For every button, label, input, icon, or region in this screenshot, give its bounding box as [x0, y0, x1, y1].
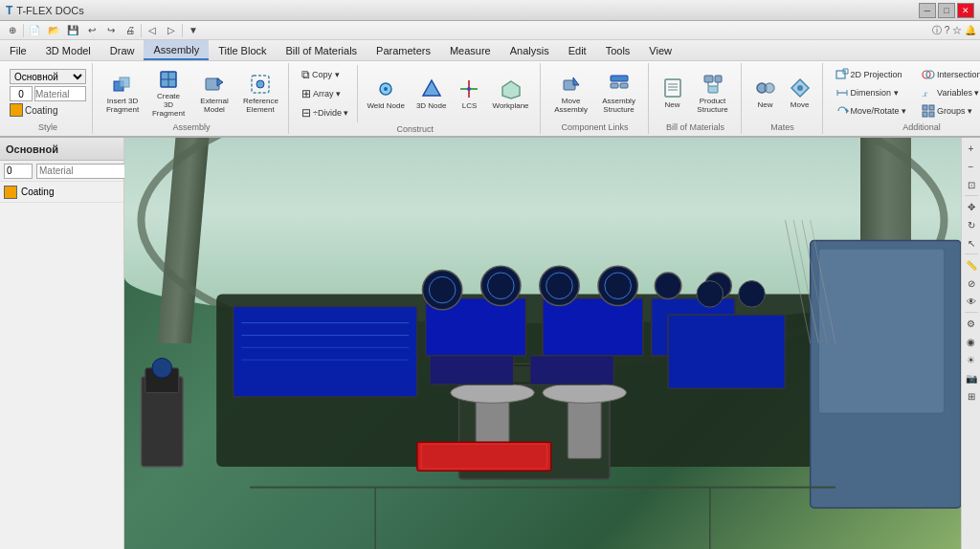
menu-assembly[interactable]: Assembly [144, 40, 209, 60]
variables-icon: 𝑥 [922, 86, 935, 99]
ribbon-group-style: Основной Coating Style [4, 63, 93, 134]
fit-button[interactable]: ⊡ [963, 176, 980, 193]
coating-label: Coating [25, 105, 57, 116]
assembly-structure-button[interactable]: Assembly Structure [596, 70, 642, 117]
num-field[interactable] [4, 164, 33, 179]
3d-node-button[interactable]: 3D Node [412, 75, 452, 113]
svg-rect-1 [120, 77, 129, 87]
style-group-label: Style [10, 121, 86, 132]
assembly-btns-row: Insert 3D Fragment Create 3D Fragment Ex… [100, 65, 282, 121]
menu-parameters[interactable]: Parameters [367, 40, 440, 60]
external-model-button[interactable]: External Model [192, 70, 236, 117]
menu-3dmodel[interactable]: 3D Model [36, 40, 100, 60]
menu-edit[interactable]: Edit [559, 40, 596, 60]
svg-rect-27 [708, 86, 718, 93]
move-assembly-button[interactable]: Move Assembly [548, 70, 594, 117]
product-structure-button[interactable]: Product Structure [691, 70, 735, 117]
svg-rect-91 [430, 356, 513, 384]
num-input[interactable] [10, 86, 33, 101]
weld-node-button[interactable]: Weld Node [362, 75, 409, 113]
reference-element-button[interactable]: Reference Element [238, 70, 282, 117]
insert-3d-icon [111, 73, 134, 96]
menu-file[interactable]: File [0, 40, 36, 60]
svg-rect-48 [923, 112, 927, 117]
new-bom-icon [661, 77, 684, 99]
groups-button[interactable]: Groups ▾ [917, 102, 980, 120]
grid-button[interactable]: ⊞ [963, 387, 980, 405]
new-bom-label: New [665, 100, 680, 109]
dimension-button[interactable]: Dimension ▾ [831, 84, 912, 101]
measure-button[interactable]: 📏 [963, 256, 980, 274]
open-button[interactable]: 📂 [45, 23, 62, 38]
array-icon: ⊞ [301, 87, 311, 100]
maximize-button[interactable]: □ [938, 3, 955, 18]
select-button[interactable]: ↖ [963, 234, 980, 252]
workplane-button[interactable]: Workplane [487, 75, 533, 113]
menu-draw[interactable]: Draw [100, 40, 145, 60]
intersection-check-button[interactable]: Intersection Check [917, 66, 980, 83]
ribbon-group-additional: 2D Projection Dimension ▾ Move/Rotate ▾ … [825, 63, 980, 134]
forward-button[interactable]: ▷ [163, 23, 180, 38]
zoom-out-button[interactable]: − [963, 158, 980, 175]
svg-marker-15 [502, 81, 520, 99]
move-mate-button[interactable]: Move [784, 74, 816, 112]
frame-right [860, 138, 910, 384]
close-button[interactable]: ✕ [957, 3, 974, 18]
section-button[interactable]: ⊘ [963, 274, 980, 292]
array-button[interactable]: ⊞ Array ▾ [297, 85, 353, 102]
app-logo-icon: T [6, 4, 12, 17]
create-3d-icon [157, 68, 180, 91]
svg-rect-25 [704, 76, 713, 82]
light-button[interactable]: ☀ [963, 351, 980, 368]
lcs-button[interactable]: LCS [453, 75, 485, 113]
svg-point-31 [765, 83, 774, 93]
new-mate-button[interactable]: New [749, 74, 782, 112]
variables-button[interactable]: 𝑥 Variables ▾ [917, 84, 980, 101]
save-button[interactable]: 💾 [64, 23, 81, 38]
menu-analysis[interactable]: Analysis [501, 40, 559, 60]
menu-tools[interactable]: Tools [596, 40, 640, 60]
2d-projection-button[interactable]: 2D Projection [831, 66, 912, 83]
intersection-check-icon [922, 68, 935, 81]
2d-projection-label: 2D Projection [851, 70, 902, 79]
rotate-button[interactable]: ↻ [963, 216, 980, 233]
new-mate-label: New [758, 100, 773, 109]
new-button[interactable]: 📄 [26, 23, 43, 38]
menu-titleblock[interactable]: Title Block [209, 40, 276, 60]
menu-bom[interactable]: Bill of Materials [277, 40, 368, 60]
menu-view[interactable]: View [639, 40, 681, 60]
copy-button[interactable]: ⧉ Copy ▾ [297, 66, 353, 83]
create-3d-fragment-button[interactable]: Create 3D Fragment [146, 65, 190, 121]
divide-label: ÷Divide ▾ [313, 108, 348, 118]
svg-rect-75 [145, 368, 179, 393]
svg-point-8 [256, 80, 264, 88]
customize-qa[interactable]: ▼ [185, 23, 202, 38]
menu-measure[interactable]: Measure [440, 40, 501, 60]
additional-group-label: Additional [831, 121, 980, 132]
new-bom-button[interactable]: New [657, 74, 689, 112]
app-menu-button[interactable]: ⊕ [4, 23, 21, 38]
camera-button[interactable]: 📷 [963, 369, 980, 386]
move-rotate-button[interactable]: Move/Rotate ▾ [831, 102, 912, 120]
render-button[interactable]: ◉ [963, 333, 980, 350]
svg-rect-86 [467, 364, 601, 385]
coating-swatch[interactable] [4, 186, 17, 199]
divide-button[interactable]: ⊟ ÷Divide ▾ [297, 104, 353, 121]
svg-rect-49 [929, 112, 934, 117]
material-input[interactable] [34, 86, 86, 101]
main-viewport[interactable] [124, 138, 961, 549]
back-button[interactable]: ◁ [144, 23, 161, 38]
settings-button[interactable]: ⚙ [963, 315, 980, 332]
print-button[interactable]: 🖨 [122, 23, 139, 38]
pan-button[interactable]: ✥ [963, 198, 980, 215]
style-dropdown[interactable]: Основной [10, 69, 86, 84]
svg-rect-69 [568, 384, 601, 458]
redo-button[interactable]: ↪ [102, 23, 120, 38]
zoom-in-button[interactable]: + [963, 140, 980, 157]
hide-button[interactable]: 👁 [963, 293, 980, 310]
minimize-button[interactable]: ─ [919, 3, 936, 18]
undo-button[interactable]: ↩ [83, 23, 100, 38]
new-mate-icon [754, 77, 777, 99]
title-text: T-FLEX DOCs [16, 5, 83, 16]
insert-3d-fragment-button[interactable]: Insert 3D Fragment [100, 70, 145, 117]
